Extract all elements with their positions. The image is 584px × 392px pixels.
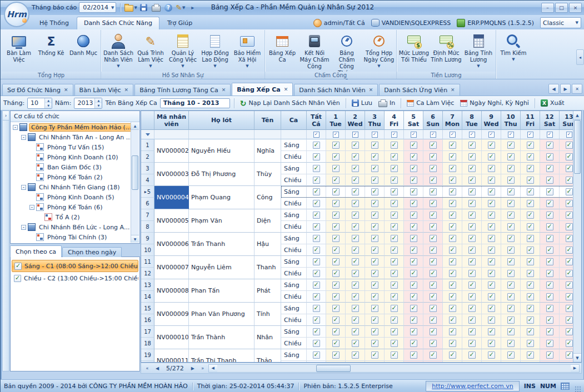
day-checkbox[interactable] [332, 188, 340, 195]
row-indicator[interactable]: 15 [141, 303, 154, 314]
day-checkbox[interactable] [527, 200, 534, 207]
day-checkbox[interactable] [352, 305, 359, 312]
day-checkbox[interactable] [507, 305, 515, 312]
day-checkbox[interactable] [488, 247, 495, 254]
day-checkbox[interactable] [507, 293, 515, 300]
row-indicator[interactable]: ▸5 [141, 186, 154, 198]
filter-cell[interactable] [281, 130, 307, 139]
day-checkbox[interactable] [371, 247, 378, 254]
employee-firstname-cell[interactable]: Thanh [254, 256, 281, 279]
day-checkbox[interactable] [566, 142, 573, 149]
all-days-checkbox[interactable] [313, 328, 320, 335]
day-checkbox[interactable] [507, 328, 515, 335]
day-checkbox[interactable] [488, 223, 495, 230]
day-checkbox[interactable] [546, 293, 553, 300]
shift-name-cell[interactable]: Sáng [281, 139, 307, 151]
column-header-day-4[interactable]: 4Fri [385, 111, 404, 130]
day-checkbox[interactable] [430, 305, 437, 312]
filter-checkbox-icon[interactable] [508, 132, 514, 138]
scroll-left-icon[interactable]: ◀ [209, 365, 217, 372]
day-checkbox[interactable] [371, 153, 378, 160]
day-checkbox[interactable] [352, 293, 359, 300]
day-checkbox[interactable] [507, 282, 515, 289]
app-logo[interactable]: Hrm [4, 2, 29, 27]
day-checkbox[interactable] [352, 235, 359, 242]
day-checkbox[interactable] [449, 188, 456, 195]
filter-cell-day-6[interactable] [423, 130, 443, 139]
day-checkbox[interactable] [527, 235, 534, 242]
ribbon-button-tong-hop-ngay-cong[interactable]: Tổng Hợp Ngày Công▼ [363, 31, 395, 68]
row-indicator[interactable]: 4 [141, 174, 154, 186]
next-page-button[interactable]: ▶ [188, 364, 197, 372]
day-checkbox[interactable] [527, 247, 534, 254]
day-checkbox[interactable] [410, 258, 417, 265]
day-checkbox[interactable] [488, 351, 495, 359]
tab-scroll-left-button[interactable]: ◀ [548, 84, 559, 94]
day-checkbox[interactable] [488, 153, 495, 160]
ribbon-button-bang-xep-ca[interactable]: Bảng Xếp Ca [266, 31, 298, 63]
day-checkbox[interactable] [391, 177, 398, 184]
day-checkbox[interactable] [391, 270, 398, 277]
shift-name-cell[interactable]: Chiều [281, 198, 307, 209]
employee-id-cell[interactable]: NV000007 [154, 256, 189, 279]
day-checkbox[interactable] [352, 223, 359, 230]
filter-cell-day-5[interactable] [404, 130, 423, 139]
tree-node-phong-kinh-doanh-10[interactable]: Phòng Kinh Doanh (10) [11, 152, 131, 162]
ribbon-button-dinh-muc-tinh-luong[interactable]: Định Mức Tính Lương [430, 31, 462, 63]
day-checkbox[interactable] [410, 305, 417, 312]
ribbon-button-danh-sach-nhan-vien[interactable]: Danh Sách Nhân Viên▼ [102, 31, 134, 68]
day-checkbox[interactable] [391, 247, 398, 254]
day-checkbox[interactable] [468, 293, 476, 300]
day-checkbox[interactable] [410, 351, 417, 359]
day-checkbox[interactable] [410, 235, 417, 242]
spin-up-icon[interactable]: ▲ [95, 98, 102, 103]
day-checkbox[interactable] [546, 351, 553, 359]
filter-cell[interactable] [154, 130, 189, 139]
collapsed-nav-strip[interactable]: › [2, 110, 9, 371]
tree-node-phong-ke-toan-6[interactable]: -Phòng Kế Toán (6) [11, 202, 131, 212]
day-checkbox[interactable] [546, 142, 553, 149]
row-indicator[interactable]: 11 [141, 256, 154, 268]
day-checkbox[interactable] [488, 212, 495, 219]
employee-firstname-cell[interactable]: Tính [254, 303, 281, 326]
employee-id-cell[interactable]: NV000011 [154, 349, 189, 363]
day-checkbox[interactable] [449, 282, 456, 289]
day-checkbox[interactable] [430, 165, 437, 172]
day-checkbox[interactable] [566, 316, 573, 324]
day-checkbox[interactable] [352, 340, 359, 347]
day-checkbox[interactable] [391, 200, 398, 207]
day-checkbox[interactable] [468, 165, 476, 172]
day-checkbox[interactable] [430, 153, 437, 160]
day-checkbox[interactable] [332, 200, 340, 207]
day-checkbox[interactable] [468, 282, 476, 289]
day-checkbox[interactable] [371, 270, 378, 277]
day-checkbox[interactable] [449, 305, 456, 312]
doc-tab-danh-sach-ung-vien[interactable]: Danh Sách Ứng Viên✕ [379, 84, 460, 96]
day-checkbox[interactable] [332, 153, 340, 160]
day-checkbox[interactable] [371, 200, 378, 207]
shift-name-cell[interactable]: Sáng [281, 256, 307, 268]
day-checkbox[interactable] [468, 270, 476, 277]
filter-cell[interactable] [254, 130, 281, 139]
day-checkbox[interactable] [527, 305, 534, 312]
shift-item-1[interactable]: Sáng - C1 (08:00 Sáng->12:00 Chiều) [12, 260, 138, 272]
day-checkbox[interactable] [449, 270, 456, 277]
day-checkbox[interactable] [488, 282, 495, 289]
employee-firstname-cell[interactable]: Nghĩa [254, 139, 281, 163]
filter-cell-day-10[interactable] [501, 130, 521, 139]
day-checkbox[interactable] [371, 142, 378, 149]
shift-name-cell[interactable]: Chiều [281, 268, 307, 279]
employee-id-cell[interactable]: NV000006 [154, 233, 189, 256]
previous-page-button[interactable]: ◀ [153, 364, 162, 372]
day-checkbox[interactable] [391, 351, 398, 359]
day-checkbox[interactable] [410, 316, 417, 324]
day-checkbox[interactable] [352, 258, 359, 265]
row-indicator[interactable]: 9 [141, 233, 154, 244]
day-checkbox[interactable] [488, 328, 495, 335]
employee-id-cell[interactable]: NV000005 [154, 209, 189, 233]
day-checkbox[interactable] [449, 153, 456, 160]
column-header-day-12[interactable]: 12Sat [540, 111, 560, 130]
filter-cell-day-4[interactable] [385, 130, 404, 139]
spin-down-icon[interactable]: ▼ [95, 103, 102, 108]
row-indicator[interactable]: 17 [141, 326, 154, 338]
